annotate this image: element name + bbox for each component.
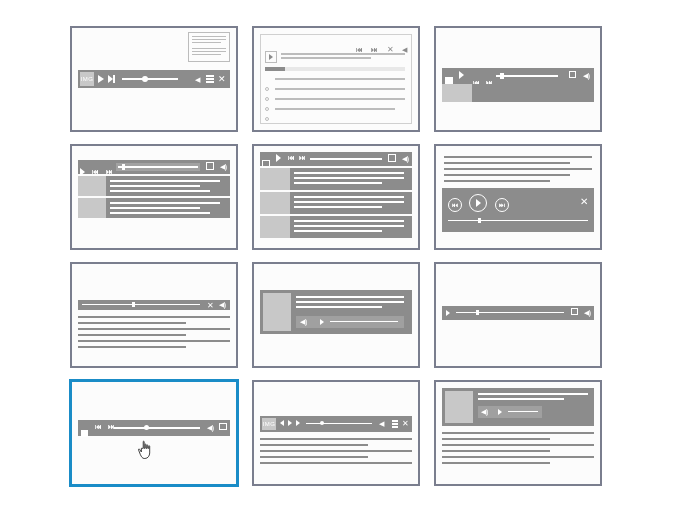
template-card-2[interactable]: ⏮ ⏭ ✕ ◀ <box>252 26 420 132</box>
menu-icon <box>392 420 398 428</box>
play-icon <box>446 310 450 316</box>
prev-icon: ⏮ <box>356 46 363 53</box>
volume-icon: ◀ <box>195 76 200 84</box>
volume-icon: ◀) <box>481 408 488 416</box>
album-art: IMG <box>262 418 276 430</box>
progress-track <box>496 75 558 77</box>
list-thumb <box>78 176 106 196</box>
volume-icon: ◀ <box>402 46 407 53</box>
volume-icon: ◀) <box>220 163 227 171</box>
play-icon <box>276 154 281 162</box>
template-card-11[interactable]: IMG ◀ ✕ <box>252 380 420 486</box>
next-icon: ⏭ <box>371 46 378 53</box>
menu-icon <box>206 75 214 83</box>
template-card-3[interactable]: ⏮ ⏭ ◀) <box>434 26 602 132</box>
volume-icon: ◀) <box>402 155 409 163</box>
prev-icon <box>280 420 284 426</box>
prev-icon: ⏮ <box>95 423 102 430</box>
progress-track <box>265 67 405 71</box>
progress-track <box>122 78 178 80</box>
list-thumb <box>260 192 290 214</box>
progress-track <box>116 163 200 171</box>
volume-icon: ◀) <box>219 301 226 309</box>
progress-track <box>306 423 372 424</box>
next-icon: ⏭ <box>495 198 509 212</box>
prev-icon: ⏮ <box>448 198 462 212</box>
play-icon <box>498 409 502 415</box>
progress-track <box>114 427 200 429</box>
fullscreen-icon <box>206 162 214 170</box>
album-art <box>445 391 473 423</box>
shuffle-icon: ✕ <box>218 74 226 84</box>
prev-icon: ⏮ <box>288 154 295 161</box>
progress-track <box>508 411 538 412</box>
list-thumb <box>260 168 290 190</box>
template-card-8[interactable]: ◀) <box>252 262 420 368</box>
progress-track <box>448 220 588 221</box>
progress-track <box>330 321 398 322</box>
next-icon: ⏭ <box>299 154 306 161</box>
template-card-4[interactable]: ⏮ ⏭ ◀) <box>70 144 238 250</box>
shuffle-icon: ✕ <box>580 196 588 207</box>
template-card-12[interactable]: ◀) <box>434 380 602 486</box>
play-icon <box>288 420 292 426</box>
list-thumb <box>260 216 290 238</box>
template-card-7[interactable]: ✕ ◀) <box>70 262 238 368</box>
volume-icon: ◀) <box>207 424 214 432</box>
volume-icon: ◀) <box>583 72 590 80</box>
fullscreen-icon <box>571 308 578 315</box>
album-art <box>263 293 291 331</box>
volume-icon: ◀) <box>584 309 591 317</box>
cursor-hand-icon <box>136 440 156 464</box>
progress-track <box>456 312 564 313</box>
shuffle-icon: ✕ <box>207 301 214 310</box>
play-button <box>265 51 277 63</box>
template-card-1[interactable]: IMG ◀ ✕ <box>70 26 238 132</box>
play-icon <box>80 168 85 176</box>
next-icon <box>296 420 300 426</box>
template-card-6[interactable]: ⏮ ⏭ ✕ <box>434 144 602 250</box>
progress-track <box>310 158 382 160</box>
stop-icon <box>81 430 88 437</box>
play-icon <box>320 319 324 325</box>
play-icon <box>98 75 104 83</box>
screen-icon <box>219 423 227 430</box>
fullscreen-icon <box>569 71 576 78</box>
volume-icon: ◀ <box>379 420 384 428</box>
volume-icon: ◀) <box>300 318 307 326</box>
next-icon: ⏭ <box>106 168 113 175</box>
template-card-5[interactable]: ⏮ ⏭ ◀) <box>252 144 420 250</box>
album-art <box>442 84 472 102</box>
shuffle-icon: ✕ <box>402 419 409 428</box>
album-art: IMG <box>80 72 94 86</box>
fullscreen-icon <box>388 154 396 162</box>
list-thumb <box>78 198 106 218</box>
prev-icon: ⏮ <box>92 168 99 175</box>
progress-track <box>82 304 200 305</box>
template-card-9[interactable]: ◀) <box>434 262 602 368</box>
template-card-10[interactable]: ⏮ ⏭ ◀) <box>70 380 238 486</box>
play-icon <box>459 71 464 79</box>
play-icon <box>469 194 487 212</box>
